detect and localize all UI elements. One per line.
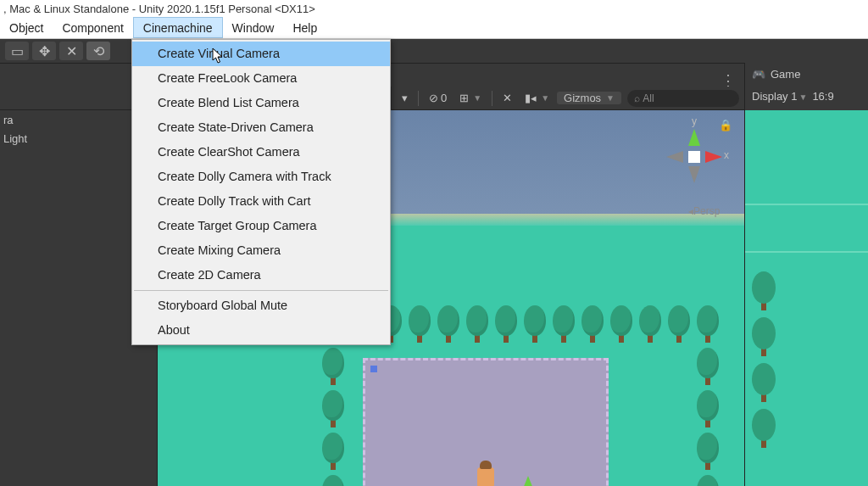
aspect-dropdown[interactable]: 16:9 xyxy=(812,90,833,103)
game-tab[interactable]: 🎮 Game xyxy=(745,63,868,85)
divider xyxy=(745,251,868,253)
menu-item-label: Create FreeLook Camera xyxy=(158,71,297,85)
axis-y-arrow[interactable] xyxy=(688,129,700,146)
hierarchy-item-label: Light xyxy=(3,132,27,145)
lock-icon[interactable]: 🔒 xyxy=(719,119,732,131)
display-dropdown[interactable]: Display 1▼ xyxy=(752,90,807,103)
menu-window[interactable]: Window xyxy=(223,17,284,38)
tree-sprite xyxy=(436,305,461,343)
tool-selected-icon[interactable]: ⟲ xyxy=(86,42,110,60)
scene-search-input[interactable]: ⌕ All xyxy=(627,90,739,107)
menu-label: Object xyxy=(9,21,43,35)
axis-x-label: x xyxy=(724,149,729,161)
tree-sprite xyxy=(695,433,721,470)
tree-sprite xyxy=(551,305,576,343)
eye-off-icon: ⊘ xyxy=(429,92,438,104)
menu-create-clearshot-camera[interactable]: Create ClearShot Camera xyxy=(132,140,390,165)
menu-item-label: Create Target Group Camera xyxy=(158,219,317,232)
game-controller-icon: 🎮 xyxy=(752,68,765,81)
tree-sprite xyxy=(320,348,346,385)
gizmos-dropdown[interactable]: Gizmos ▼ xyxy=(557,92,621,104)
aspect-label: 16:9 xyxy=(812,90,833,103)
menu-help[interactable]: Help xyxy=(283,17,326,38)
game-tab-label: Game xyxy=(771,68,800,81)
display-label: Display 1 xyxy=(752,90,797,103)
tree-sprite xyxy=(609,305,634,343)
menu-bar: Object Component Cinemachine Window Help xyxy=(0,17,868,39)
tree-sprite xyxy=(320,433,346,470)
menu-item-label: About xyxy=(158,323,190,337)
tree-sprite xyxy=(320,390,346,427)
tree-sprite xyxy=(493,305,519,343)
mouse-cursor-icon xyxy=(212,47,224,64)
tools-icon[interactable]: ✕ xyxy=(498,89,517,108)
cinemachine-menu-dropdown: Create Virtual Camera Create FreeLook Ca… xyxy=(131,39,391,345)
menu-item-label: Create Dolly Track with Cart xyxy=(158,194,311,208)
menu-label: Window xyxy=(232,21,275,35)
menu-create-mixing-camera[interactable]: Create Mixing Camera xyxy=(132,238,390,263)
tree-sprite xyxy=(522,305,548,343)
tree-sprite xyxy=(750,409,777,448)
tree-sprite xyxy=(580,305,605,343)
menu-create-virtual-camera[interactable]: Create Virtual Camera xyxy=(132,42,390,66)
menu-item-label: Create State-Driven Camera xyxy=(158,120,314,134)
tool-move-icon[interactable]: ✥ xyxy=(32,42,56,60)
menu-create-target-group-camera[interactable]: Create Target Group Camera xyxy=(132,214,390,238)
title-bar: , Mac & Linux Standalone - Unity 2020.1.… xyxy=(0,0,868,17)
chevron-down-icon: ▼ xyxy=(606,93,615,103)
tree-sprite xyxy=(750,317,777,356)
tool-rect-icon[interactable]: ▭ xyxy=(5,42,29,60)
menu-item-label: Create Dolly Camera with Track xyxy=(158,170,331,183)
main-toolbar: ▭ ✥ ✕ ⟲ xyxy=(0,39,868,63)
shading-mode-dropdown[interactable]: ▾ xyxy=(397,89,413,108)
menu-about[interactable]: About xyxy=(132,318,390,343)
search-placeholder: All xyxy=(643,92,654,104)
floor-area xyxy=(363,358,609,486)
player-character xyxy=(477,467,494,486)
menu-create-freelook-camera[interactable]: Create FreeLook Camera xyxy=(132,66,390,91)
orientation-gizmo[interactable]: 🔒 y x ◂Persp xyxy=(656,114,732,207)
camera-icon[interactable]: ▮◂▼ xyxy=(520,89,554,108)
axis-neg-x-arrow[interactable] xyxy=(666,151,683,163)
menu-item-label: Storyboard Global Mute xyxy=(158,299,287,312)
axis-y-label: y xyxy=(692,115,697,127)
hidden-count: 0 xyxy=(441,92,447,104)
tree-sprite xyxy=(695,390,721,427)
menu-create-dolly-track-cart[interactable]: Create Dolly Track with Cart xyxy=(132,189,390,214)
mode-label: Persp xyxy=(693,205,720,217)
menu-separator xyxy=(134,290,388,291)
menu-cinemachine[interactable]: Cinemachine xyxy=(133,17,223,38)
tree-sprite xyxy=(695,475,721,486)
hidden-objects-toggle[interactable]: ⊘ 0 xyxy=(424,89,452,108)
grid-toggle[interactable]: ⊞▼ xyxy=(454,89,487,108)
menu-component[interactable]: Component xyxy=(53,17,132,38)
separator xyxy=(492,91,492,106)
menu-create-2d-camera[interactable]: Create 2D Camera xyxy=(132,263,390,288)
tool-crossed-icon[interactable]: ✕ xyxy=(59,42,83,60)
scene-view-toolbar: ▾ ⊘ 0 ⊞▼ ✕ ▮◂▼ Gizmos ▼ ⌕ All xyxy=(392,87,744,110)
axis-neg-y-arrow[interactable] xyxy=(688,166,700,183)
menu-object[interactable]: Object xyxy=(0,17,53,38)
tree-sprite xyxy=(695,348,721,385)
game-view[interactable] xyxy=(744,110,868,486)
divider xyxy=(745,204,868,205)
projection-mode[interactable]: ◂Persp xyxy=(688,205,720,217)
menu-create-dolly-camera-track[interactable]: Create Dolly Camera with Track xyxy=(132,165,390,189)
tree-sprite xyxy=(637,305,663,343)
menu-create-state-driven-camera[interactable]: Create State-Driven Camera xyxy=(132,115,390,140)
search-icon: ⌕ xyxy=(634,92,640,104)
tree-sprite xyxy=(666,305,692,343)
menu-label: Cinemachine xyxy=(143,21,213,35)
axis-x-arrow[interactable] xyxy=(705,151,722,163)
menu-item-label: Create ClearShot Camera xyxy=(158,145,300,159)
chevron-down-icon: ▼ xyxy=(798,92,807,102)
menu-create-blend-list-camera[interactable]: Create Blend List Camera xyxy=(132,91,390,115)
corner-marker xyxy=(370,366,377,372)
menu-storyboard-global-mute[interactable]: Storyboard Global Mute xyxy=(132,293,390,318)
menu-label: Component xyxy=(62,21,123,35)
separator xyxy=(418,91,419,106)
camera-gizmo-icon xyxy=(518,476,538,486)
gizmo-cube[interactable] xyxy=(688,151,700,163)
menu-item-label: Create Blend List Camera xyxy=(158,96,299,109)
menu-label: Help xyxy=(292,21,317,35)
